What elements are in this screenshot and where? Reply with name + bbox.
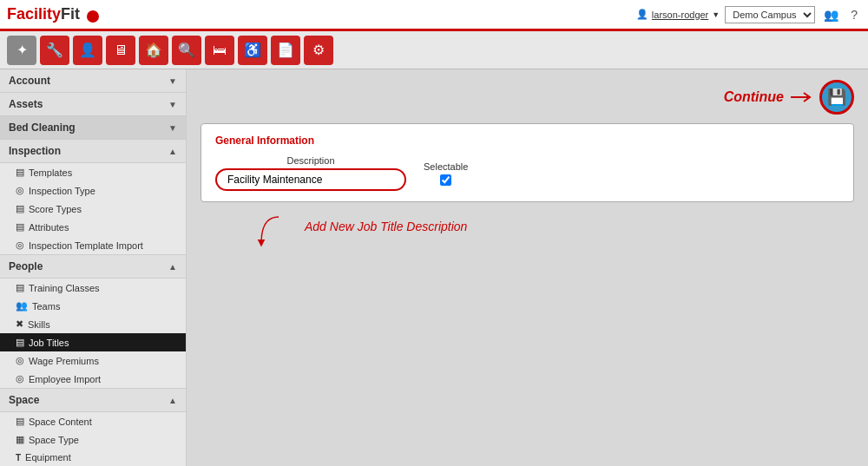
sidebar-inspection-label: Inspection [9,145,61,157]
sidebar-item-training-classes[interactable]: ▤ Training Classes [0,279,186,297]
toolbar-document-button[interactable]: 📄 [271,36,300,65]
sidebar-item-wage-premiums[interactable]: ◎ Wage Premiums [0,351,186,370]
training-classes-icon: ▤ [16,282,24,293]
continue-label: Continue [724,89,784,105]
sidebar-inspection-items: ▤ Templates ◎ Inspection Type ▤ Score Ty… [0,163,186,255]
sidebar-item-skills[interactable]: ✖ Skills [0,315,186,333]
templates-icon: ▤ [16,167,24,178]
description-col: Description [215,155,406,191]
wage-premiums-icon: ◎ [16,355,24,366]
general-information-panel: General Information Description Selectab… [201,123,854,202]
sidebar-item-inspection-import[interactable]: ◎ Inspection Template Import [0,236,186,254]
toolbar-bed-button[interactable]: 🛏 [205,36,234,65]
teams-icon: 👥 [16,300,28,312]
sidebar-assets-arrow: ▼ [168,100,177,109]
sidebar-item-attributes[interactable]: ▤ Attributes [0,218,186,236]
sidebar-people-arrow: ▲ [168,262,177,272]
sidebar-space-items: ▤ Space Content ▦ Space Type T Equipment… [0,412,186,466]
sidebar-people-items: ▤ Training Classes 👥 Teams ✖ Skills ▤ Jo… [0,279,186,389]
sidebar-bedcleaning-label: Bed Cleaning [9,121,76,134]
sidebar-people-label: People [9,260,43,272]
description-input[interactable] [215,168,406,191]
sidebar-item-score-types[interactable]: ▤ Score Types [0,200,186,218]
sidebar-item-teams[interactable]: 👥 Teams [0,297,186,315]
sidebar-trainingclasses-label: Training Classes [29,283,100,293]
sidebar-item-job-titles[interactable]: ▤ Job Titles [0,333,186,351]
sidebar-inspectionimport-label: Inspection Template Import [29,240,143,251]
sidebar-wagepremiums-label: Wage Premiums [29,356,99,366]
toolbar-search-button[interactable]: 🔍 [172,36,201,65]
save-button[interactable]: 💾 [819,80,854,115]
sidebar-space-arrow: ▲ [168,396,177,405]
toolbar-person-button[interactable]: 👤 [73,36,102,65]
logo: FacilityFacilityFitFit i [7,5,99,23]
user-info: 👤 larson-rodger ▼ [636,9,720,20]
top-actions: Continue 💾 [201,80,854,115]
selectable-col: Selectable [424,161,468,186]
sidebar-section-account[interactable]: Account ▼ [0,69,186,93]
sidebar-jobtitles-label: Job Titles [29,338,69,348]
sidebar-inspection-arrow: ▲ [168,147,177,156]
campus-select[interactable]: Demo Campus [725,6,815,23]
top-header: FacilityFacilityFitFit i 👤 larson-rodger… [0,0,868,31]
panel-row: Description Selectable [215,155,839,191]
sidebar-item-inspection-type[interactable]: ◎ Inspection Type [0,181,186,200]
sidebar: Account ▼ Assets ▼ Bed Cleaning ▼ Inspec… [0,69,187,466]
user-name[interactable]: larson-rodger [652,10,708,20]
inspection-type-icon: ◎ [16,185,24,196]
sidebar-attributes-label: Attributes [29,222,69,233]
toolbar-wrench-button[interactable]: 🔧 [40,36,69,65]
sidebar-bedcleaning-arrow: ▼ [168,123,177,133]
selectable-checkbox[interactable] [440,174,451,186]
space-content-icon: ▤ [16,416,24,427]
sidebar-spacetype-label: Space Type [29,435,79,445]
help-button[interactable]: ? [847,6,861,23]
logo-facility: Facility [7,5,61,23]
equipment-icon: T [16,453,21,463]
sidebar-item-templates[interactable]: ▤ Templates [0,163,186,181]
sidebar-item-space-type[interactable]: ▦ Space Type [0,430,186,449]
sidebar-account-label: Account [9,75,50,87]
info-badge[interactable]: i [87,10,99,23]
sidebar-teams-label: Teams [32,301,60,312]
user-dropdown-arrow: ▼ [712,10,720,19]
toolbar: ✦ 🔧 👤 🖥 🏠 🔍 🛏 ♿ 📄 ⚙ [0,31,868,69]
employee-import-icon: ◎ [16,373,24,384]
attributes-icon: ▤ [16,221,24,233]
main-layout: Account ▼ Assets ▼ Bed Cleaning ▼ Inspec… [0,69,868,466]
sidebar-assets-label: Assets [9,98,43,110]
toolbar-wheelchair-button[interactable]: ♿ [238,36,267,65]
sidebar-space-label: Space [9,394,39,406]
sidebar-item-equipment[interactable]: T Equipment [0,449,186,466]
toolbar-home-button[interactable]: 🏠 [139,36,168,65]
sidebar-item-space-content[interactable]: ▤ Space Content [0,412,186,430]
sidebar-section-people[interactable]: People ▲ [0,255,186,279]
user-icon: 👤 [636,9,648,20]
sidebar-templates-label: Templates [29,167,72,178]
sidebar-section-bedcleaning[interactable]: Bed Cleaning ▼ [0,116,186,140]
logo-fit: Fit [61,5,80,23]
sidebar-item-employee-import[interactable]: ◎ Employee Import [0,370,186,388]
sidebar-skills-label: Skills [28,319,50,330]
annotation-arrow-svg [253,213,287,247]
continue-arrow [791,89,817,106]
toolbar-sparkle-button[interactable]: ✦ [7,36,36,65]
sidebar-section-space[interactable]: Space ▲ [0,389,186,412]
sidebar-section-inspection[interactable]: Inspection ▲ [0,140,186,163]
groups-button[interactable]: 👥 [820,6,842,23]
sidebar-employeeimport-label: Employee Import [29,374,101,384]
inspection-import-icon: ◎ [16,240,24,251]
sidebar-inspectiontype-label: Inspection Type [29,186,95,196]
annotation-text: Add New Job Title Description [305,220,467,233]
sidebar-scoretypes-label: Score Types [29,204,82,214]
description-label: Description [215,155,406,166]
annotation-area: Add New Job Title Description [253,213,854,247]
header-right: 👤 larson-rodger ▼ Demo Campus 👥 ? [636,6,861,23]
skills-icon: ✖ [16,318,23,330]
sidebar-equipment-label: Equipment [25,452,71,463]
sidebar-section-assets[interactable]: Assets ▼ [0,93,186,116]
space-type-icon: ▦ [16,434,24,445]
sidebar-account-arrow: ▼ [168,76,177,86]
toolbar-gear-button[interactable]: ⚙ [304,36,333,65]
toolbar-monitor-button[interactable]: 🖥 [106,36,135,65]
